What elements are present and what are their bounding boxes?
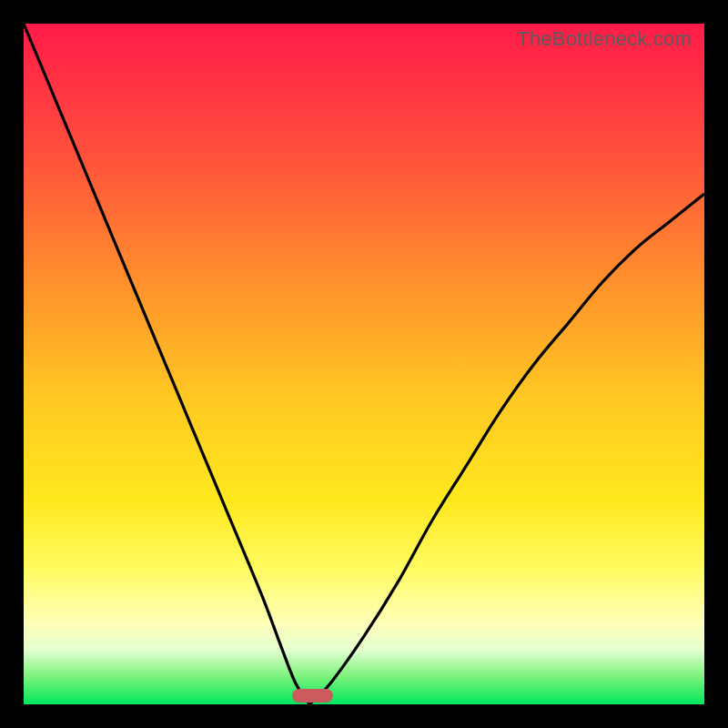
curve-left-branch xyxy=(24,24,309,704)
optimal-marker xyxy=(292,689,333,703)
chart-frame: TheBottleneck.com xyxy=(0,0,728,728)
curve-right-branch xyxy=(309,194,704,704)
plot-area: TheBottleneck.com xyxy=(24,24,704,704)
bottleneck-curve xyxy=(24,24,704,704)
